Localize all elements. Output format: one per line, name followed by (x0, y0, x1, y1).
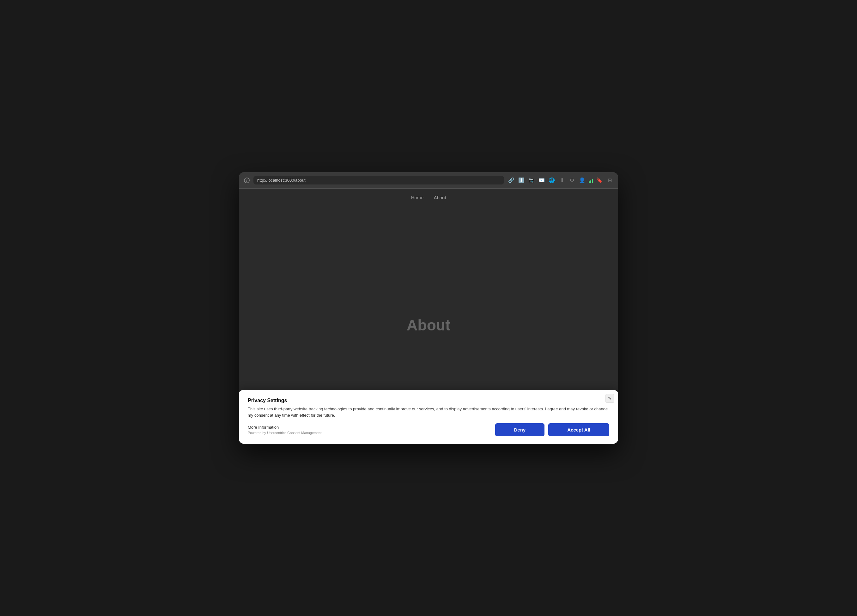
camera-icon[interactable]: 📷 (528, 177, 535, 184)
privacy-text-area: Privacy Settings This site uses third-pa… (248, 398, 609, 418)
user-circle-icon[interactable]: 👤 (579, 177, 586, 184)
more-info-link[interactable]: More Information (248, 425, 322, 430)
powered-by-text: Powered by Usercentrics Consent Manageme… (248, 431, 322, 435)
url-bar[interactable]: http://localhost:3000/about (254, 176, 504, 184)
privacy-buttons: Deny Accept All (495, 423, 609, 436)
info-icon: i (244, 178, 250, 183)
nav-home[interactable]: Home (411, 195, 424, 200)
accept-all-button[interactable]: Accept All (548, 423, 609, 436)
usercentrics-icon[interactable]: ✎ (605, 394, 614, 403)
nav-about[interactable]: About (433, 195, 446, 200)
extension-icon[interactable]: ⚙ (568, 177, 575, 184)
privacy-banner: ✎ Privacy Settings This site uses third-… (239, 390, 618, 444)
download-icon[interactable]: ⬇ (558, 177, 565, 184)
browser-actions: 🔗 ⬇️ 📷 ✉️ 🌐 ⬇ ⚙ 👤 🔖 ⊟ (508, 177, 613, 184)
link-icon[interactable]: 🔗 (508, 177, 515, 184)
page-title: About (407, 316, 451, 334)
browser-window: i http://localhost:3000/about 🔗 ⬇️ 📷 ✉️ … (239, 172, 618, 444)
signal-bars-icon (589, 178, 593, 183)
bookmark-icon[interactable]: 🔖 (596, 177, 603, 184)
inbox-icon[interactable]: ⬇️ (518, 177, 525, 184)
url-text: http://localhost:3000/about (257, 178, 306, 182)
mail-icon[interactable]: ✉️ (538, 177, 545, 184)
deny-button[interactable]: Deny (495, 423, 545, 436)
browser-chrome: i http://localhost:3000/about 🔗 ⬇️ 📷 ✉️ … (239, 172, 618, 188)
privacy-title: Privacy Settings (248, 398, 609, 403)
privacy-description: This site uses third-party website track… (248, 406, 609, 418)
page-content: Home About About ✎ Privacy Settings This… (239, 188, 618, 444)
site-nav: Home About (239, 188, 618, 207)
privacy-footer: More Information Powered by Usercentrics… (248, 423, 609, 436)
globe-icon[interactable]: 🌐 (548, 177, 555, 184)
panel-icon[interactable]: ⊟ (606, 177, 613, 184)
privacy-footer-left: More Information Powered by Usercentrics… (248, 425, 322, 435)
